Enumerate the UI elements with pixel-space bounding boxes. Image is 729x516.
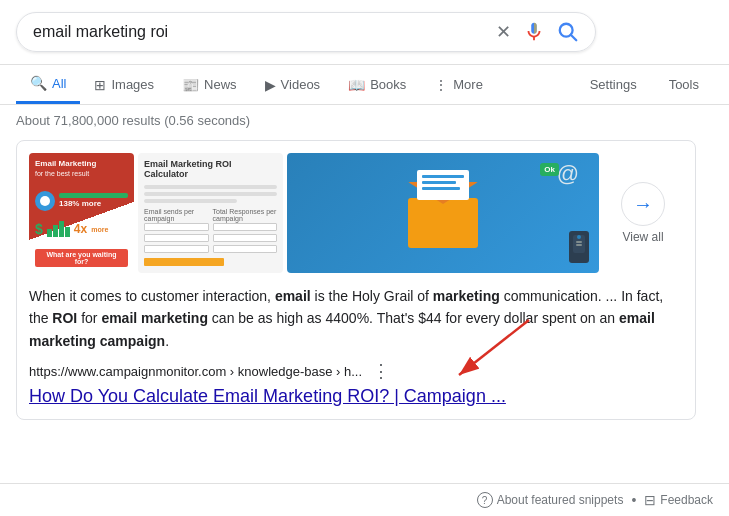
view-all-button[interactable]: → View all (603, 153, 683, 273)
tab-settings-label: Settings (590, 77, 637, 92)
results-count: About 71,800,000 results (0.56 seconds) (0, 105, 729, 136)
snippet-image-3[interactable]: @ Ok (287, 153, 599, 273)
search-input-wrapper[interactable]: ✕ (16, 12, 596, 52)
search-bar: ✕ (0, 0, 729, 65)
tab-news[interactable]: 📰 News (168, 67, 251, 103)
tab-settings[interactable]: Settings (576, 67, 651, 102)
tab-more[interactable]: ⋮ More (420, 67, 497, 103)
about-snippets-label: About featured snippets (497, 493, 624, 507)
nav-tabs: 🔍 All ⊞ Images 📰 News ▶ Videos 📖 Books ⋮… (0, 65, 729, 105)
phone-icon (569, 231, 589, 263)
clear-icon[interactable]: ✕ (496, 21, 511, 43)
tab-all-label: All (52, 76, 66, 91)
separator-dot: • (631, 492, 636, 508)
featured-snippet: Email Marketingfor the best result 138% … (16, 140, 696, 420)
tab-news-label: News (204, 77, 237, 92)
snippet-image-1[interactable]: Email Marketingfor the best result 138% … (29, 153, 134, 273)
images-icon: ⊞ (94, 77, 106, 93)
view-all-arrow-circle: → (621, 182, 665, 226)
nav-right-tabs: Settings Tools (576, 67, 713, 102)
tab-more-label: More (453, 77, 483, 92)
bottom-bar: ? About featured snippets • ⊟ Feedback (0, 483, 729, 516)
tab-all[interactable]: 🔍 All (16, 65, 80, 104)
image-strip: Email Marketingfor the best result 138% … (29, 153, 683, 273)
microphone-icon[interactable] (523, 21, 545, 43)
question-circle-icon: ? (477, 492, 493, 508)
tab-videos-label: Videos (281, 77, 321, 92)
tab-tools-label: Tools (669, 77, 699, 92)
result-title[interactable]: How Do You Calculate Email Marketing ROI… (29, 386, 683, 407)
tab-images[interactable]: ⊞ Images (80, 67, 168, 103)
video-icon: ▶ (265, 77, 276, 93)
feedback-button[interactable]: ⊟ Feedback (644, 492, 713, 508)
search-icon: 🔍 (30, 75, 47, 91)
result-url-text: https://www.campaignmonitor.com › knowle… (29, 364, 362, 379)
snippet-text: When it comes to customer interaction, e… (29, 285, 683, 352)
books-icon: 📖 (348, 77, 365, 93)
view-all-label: View all (622, 230, 663, 244)
at-symbol: @ (557, 161, 579, 187)
feedback-label: Feedback (660, 493, 713, 507)
tab-books[interactable]: 📖 Books (334, 67, 420, 103)
ok-badge: Ok (540, 163, 559, 176)
tab-images-label: Images (111, 77, 154, 92)
feedback-icon: ⊟ (644, 492, 656, 508)
about-snippets-link[interactable]: ? About featured snippets (477, 492, 624, 508)
snippet-image-2[interactable]: Email Marketing ROI Calculator Email sen… (138, 153, 283, 273)
svg-line-1 (571, 35, 577, 41)
tab-tools[interactable]: Tools (655, 67, 713, 102)
result-options-icon[interactable]: ⋮ (372, 360, 390, 382)
result-url: https://www.campaignmonitor.com › knowle… (29, 360, 683, 382)
img2-title: Email Marketing ROI Calculator (144, 159, 277, 179)
news-icon: 📰 (182, 77, 199, 93)
search-icons: ✕ (496, 21, 579, 43)
search-submit-icon[interactable] (557, 21, 579, 43)
tab-videos[interactable]: ▶ Videos (251, 67, 335, 103)
more-icon: ⋮ (434, 77, 448, 93)
tab-books-label: Books (370, 77, 406, 92)
search-input[interactable] (33, 23, 484, 41)
